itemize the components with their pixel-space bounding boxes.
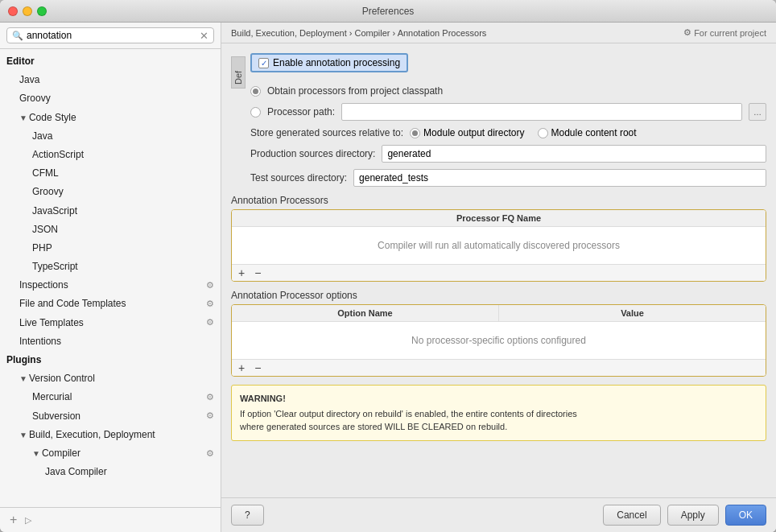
processor-path-input[interactable] bbox=[341, 103, 742, 121]
window-title: Preferences bbox=[362, 6, 415, 17]
settings-icon-2: ⚙ bbox=[206, 297, 214, 311]
sidebar-item-actionscript[interactable]: ActionScript bbox=[0, 146, 221, 164]
clear-search-button[interactable]: ✕ bbox=[200, 31, 208, 41]
module-output-option[interactable]: Module output directory bbox=[410, 127, 524, 138]
warning-box: WARNING! If option 'Clear output directo… bbox=[231, 385, 766, 441]
sidebar-item-subversion[interactable]: Subversion ⚙ bbox=[0, 407, 221, 426]
sidebar-item-intentions[interactable]: Intentions bbox=[0, 332, 221, 351]
for-project: ⚙ For current project bbox=[683, 27, 766, 38]
settings-icon-6: ⚙ bbox=[206, 447, 214, 461]
close-button[interactable] bbox=[8, 6, 18, 16]
form-section: Enable annotation processing Obtain proc… bbox=[250, 53, 766, 187]
store-generated-options: Module output directory Module content r… bbox=[410, 127, 636, 138]
sidebar-item-groovy-style[interactable]: Groovy bbox=[0, 183, 221, 201]
help-section: ? bbox=[231, 505, 264, 526]
collapse-arrow-vc: ▼ bbox=[19, 373, 27, 386]
sidebar-item-version-control[interactable]: ▼Version Control bbox=[0, 369, 221, 388]
table-empty-text: Compiler will run all automatically disc… bbox=[232, 227, 766, 264]
processor-path-label: Processor path: bbox=[267, 106, 335, 118]
module-output-label: Module output directory bbox=[423, 127, 524, 138]
remove-processor-button[interactable]: − bbox=[253, 267, 262, 278]
apply-button[interactable]: Apply bbox=[667, 505, 719, 526]
settings-icon-3: ⚙ bbox=[206, 315, 214, 330]
settings-icon-5: ⚙ bbox=[206, 409, 214, 423]
def-tab[interactable]: Def bbox=[231, 56, 246, 89]
sidebar-item-java-compiler[interactable]: Java Compiler bbox=[0, 463, 221, 481]
help-button[interactable]: ? bbox=[231, 505, 264, 526]
sidebar-item-compiler[interactable]: ▼Compiler ⚙ bbox=[0, 444, 221, 463]
add-icon[interactable]: + bbox=[10, 513, 17, 527]
collapse-arrow-compiler: ▼ bbox=[32, 447, 40, 460]
add-option-button[interactable]: + bbox=[237, 362, 246, 373]
store-generated-row: Store generated sources relative to: Mod… bbox=[250, 127, 766, 138]
sidebar-item-typescript[interactable]: TypeScript bbox=[0, 258, 221, 276]
processor-path-row: Processor path: … bbox=[250, 103, 766, 121]
remove-option-button[interactable]: − bbox=[253, 362, 262, 373]
annotation-options-table: Option Name Value No processor-specific … bbox=[231, 304, 766, 377]
sidebar: 🔍 ✕ Editor Java Groovy ▼Code Style Java … bbox=[0, 23, 221, 532]
sidebar-item-file-templates[interactable]: File and Code Templates ⚙ bbox=[0, 295, 221, 313]
enable-row: Enable annotation processing bbox=[250, 53, 766, 72]
title-bar: Preferences bbox=[0, 0, 776, 23]
sidebar-item-live-templates[interactable]: Live Templates ⚙ bbox=[0, 314, 221, 332]
main-content: 🔍 ✕ Editor Java Groovy ▼Code Style Java … bbox=[0, 23, 776, 532]
sidebar-item-javascript[interactable]: JavaScript bbox=[0, 202, 221, 221]
table-footer: + − bbox=[232, 264, 766, 281]
option-name-header: Option Name bbox=[232, 305, 499, 321]
minimize-button[interactable] bbox=[23, 6, 32, 16]
test-sources-input[interactable] bbox=[353, 169, 766, 187]
add-processor-button[interactable]: + bbox=[237, 267, 246, 278]
sidebar-bottom: + ▷ bbox=[0, 507, 221, 532]
value-header: Value bbox=[499, 305, 766, 321]
sidebar-item-mercurial[interactable]: Mercurial ⚙ bbox=[0, 388, 221, 406]
annotation-processors-table: Processor FQ Name Compiler will run all … bbox=[231, 209, 766, 282]
sidebar-item-editor[interactable]: Editor bbox=[0, 52, 221, 71]
enable-checkbox[interactable] bbox=[258, 58, 269, 68]
annotation-options-section: Annotation Processor options Option Name… bbox=[231, 290, 766, 377]
module-content-radio[interactable] bbox=[538, 128, 548, 138]
obtain-processors-radio[interactable] bbox=[250, 86, 261, 97]
sidebar-item-cfml[interactable]: CFML bbox=[0, 164, 221, 183]
file-templates-label: File and Code Templates bbox=[19, 296, 126, 311]
move-icon[interactable]: ▷ bbox=[25, 515, 31, 526]
warning-title: WARNING! bbox=[240, 392, 757, 406]
cancel-button[interactable]: Cancel bbox=[603, 505, 660, 526]
obtain-processors-row: Obtain processors from project classpath bbox=[250, 85, 766, 97]
sidebar-item-groovy[interactable]: Groovy bbox=[0, 89, 221, 108]
breadcrumb: Build, Execution, Deployment › Compiler … bbox=[221, 23, 776, 43]
module-content-option[interactable]: Module content root bbox=[538, 127, 637, 138]
ok-button[interactable]: OK bbox=[725, 505, 766, 526]
sidebar-item-code-style[interactable]: ▼Code Style bbox=[0, 109, 221, 127]
bottom-bar: ? Cancel Apply OK bbox=[221, 497, 776, 532]
options-table-footer: + − bbox=[232, 359, 766, 376]
annotation-processors-title: Annotation Processors bbox=[231, 195, 766, 206]
options-table-header: Option Name Value bbox=[232, 305, 766, 322]
window-controls bbox=[8, 6, 47, 16]
search-input[interactable] bbox=[27, 30, 196, 41]
def-section: Def Enable annotation processing bbox=[231, 53, 766, 187]
browse-button[interactable]: … bbox=[749, 103, 766, 121]
main-panel: Build, Execution, Deployment › Compiler … bbox=[221, 23, 776, 532]
obtain-processors-label: Obtain processors from project classpath bbox=[267, 85, 443, 97]
project-icon: ⚙ bbox=[683, 27, 691, 38]
production-sources-input[interactable] bbox=[382, 145, 766, 163]
maximize-button[interactable] bbox=[37, 6, 47, 16]
live-templates-label: Live Templates bbox=[19, 315, 84, 331]
processor-fq-name-header: Processor FQ Name bbox=[232, 210, 766, 226]
sidebar-item-json[interactable]: JSON bbox=[0, 221, 221, 239]
sidebar-item-php[interactable]: PHP bbox=[0, 239, 221, 258]
subversion-label: Subversion bbox=[32, 409, 80, 424]
def-tab-wrapper: Def bbox=[231, 56, 246, 89]
sidebar-item-java[interactable]: Java bbox=[0, 71, 221, 89]
mercurial-label: Mercurial bbox=[32, 390, 72, 405]
sidebar-tree: Editor Java Groovy ▼Code Style Java Acti… bbox=[0, 49, 221, 507]
module-output-radio[interactable] bbox=[410, 128, 420, 138]
breadcrumb-path: Build, Execution, Deployment › Compiler … bbox=[231, 28, 486, 38]
processor-path-radio[interactable] bbox=[250, 107, 261, 118]
module-content-label: Module content root bbox=[551, 127, 637, 138]
sidebar-item-build[interactable]: ▼Build, Execution, Deployment bbox=[0, 426, 221, 444]
enable-checkbox-wrapper[interactable]: Enable annotation processing bbox=[250, 53, 408, 72]
sidebar-item-plugins[interactable]: Plugins bbox=[0, 351, 221, 369]
sidebar-item-java-style[interactable]: Java bbox=[0, 127, 221, 146]
sidebar-item-inspections[interactable]: Inspections ⚙ bbox=[0, 276, 221, 295]
